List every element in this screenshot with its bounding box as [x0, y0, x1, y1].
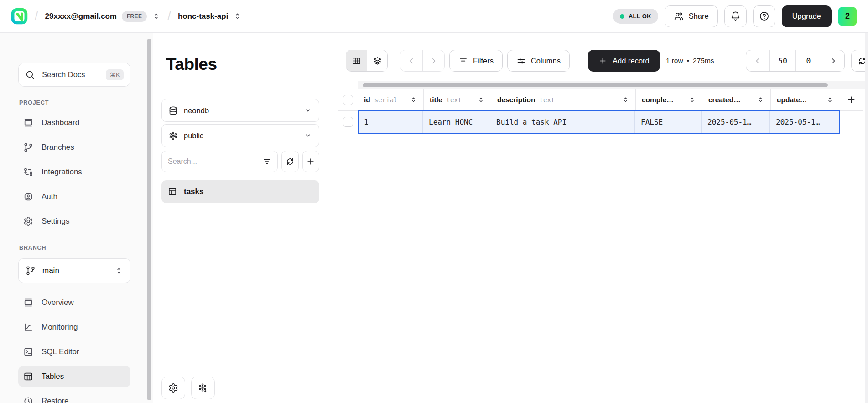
back-button[interactable]: [400, 50, 422, 71]
page-title: Tables: [166, 55, 338, 73]
sidebar-item-label: Monitoring: [42, 323, 78, 332]
forward-button[interactable]: [422, 50, 444, 71]
page-next-button[interactable]: [821, 50, 844, 71]
horizontal-scrollbar-thumb[interactable]: [363, 83, 828, 87]
select-all-cell: [338, 89, 358, 111]
add-table-button[interactable]: [302, 151, 320, 172]
grid-view-button[interactable]: [346, 50, 367, 71]
page-offset-input[interactable]: 0: [795, 50, 821, 71]
database-selector[interactable]: neondb: [161, 99, 319, 122]
plus-icon: [306, 157, 315, 166]
column-header-title[interactable]: title text: [424, 89, 491, 111]
panel-settings-button[interactable]: [161, 377, 185, 399]
sidebar-item-tables[interactable]: Tables: [18, 366, 130, 387]
column-name: created…: [708, 96, 741, 104]
export-schema-button[interactable]: [191, 377, 215, 399]
chevron-up-down-icon: [114, 267, 123, 275]
help-button[interactable]: [753, 5, 775, 27]
page-prev-button[interactable]: [746, 50, 769, 71]
breadcrumb-divider: /: [35, 9, 38, 23]
cell-id[interactable]: 1: [358, 111, 423, 133]
horizontal-scrollbar-track: [358, 81, 868, 89]
gear-icon: [168, 383, 178, 393]
query-duration: 275ms: [693, 57, 714, 65]
chevron-left-icon: [407, 57, 416, 65]
cell-updated[interactable]: 2025-05-1…: [770, 111, 839, 133]
columns-button[interactable]: Columns: [507, 50, 570, 72]
column-type: text: [447, 96, 462, 104]
row-count: 1 row: [666, 57, 683, 65]
grid-view-icon: [352, 56, 361, 66]
sidebar-scrollbar[interactable]: [147, 39, 151, 400]
sort-icon: [688, 96, 696, 104]
sidebar-item-label: Settings: [42, 217, 69, 226]
share-button[interactable]: Share: [665, 5, 718, 27]
schema-view-button[interactable]: [367, 50, 387, 71]
chevron-down-icon: [303, 131, 312, 140]
select-all-checkbox[interactable]: [343, 95, 353, 105]
status-badge[interactable]: ALL OK: [613, 9, 658, 24]
tables-panel: Tables neondb public: [154, 33, 338, 403]
table-editor: Filters Columns Add record 1 row • 275ms…: [338, 33, 868, 403]
table-list-item-tasks[interactable]: tasks: [161, 180, 319, 203]
filters-button[interactable]: Filters: [449, 50, 503, 72]
breadcrumb-account[interactable]: 29xxxx@gmail.com FREE: [45, 11, 161, 22]
column-header-updated[interactable]: update…: [771, 89, 840, 111]
column-header-description[interactable]: description text: [491, 89, 636, 111]
cell-completed[interactable]: FALSE: [635, 111, 702, 133]
selected-row: 1 Learn HONC Build a task API FALSE 2025…: [358, 111, 839, 133]
branch-icon: [26, 266, 36, 276]
column-header-id[interactable]: id serial: [358, 89, 424, 111]
sidebar-item-settings[interactable]: Settings: [18, 211, 130, 232]
breadcrumb-project[interactable]: honc-task-api: [178, 12, 242, 21]
sidebar-item-label: Dashboard: [42, 118, 79, 127]
column-name: title: [430, 96, 442, 104]
notifications-button[interactable]: [724, 5, 747, 27]
branch-selected: main: [42, 266, 59, 275]
page-size-input[interactable]: 50: [769, 50, 795, 71]
query-summary: 1 row • 275ms: [666, 57, 714, 65]
refresh-tables-button[interactable]: [281, 151, 299, 172]
column-header-created[interactable]: created…: [702, 89, 771, 111]
chevron-left-icon: [754, 57, 762, 65]
branch-selector[interactable]: main: [18, 258, 130, 283]
sidebar-item-integrations[interactable]: Integrations: [18, 162, 130, 183]
refresh-icon: [286, 157, 295, 166]
sidebar-item-sql-editor[interactable]: SQL Editor: [18, 341, 130, 362]
restore-icon: [23, 396, 33, 403]
neon-logo[interactable]: [11, 8, 28, 25]
integrations-icon: [23, 167, 33, 177]
notification-count-badge[interactable]: 2: [838, 7, 857, 26]
sidebar-item-restore[interactable]: Restore: [18, 391, 130, 403]
cell-title[interactable]: Learn HONC: [423, 111, 490, 133]
column-name: id: [364, 96, 370, 104]
column-type: serial: [374, 96, 398, 104]
sidebar-item-auth[interactable]: Auth: [18, 186, 130, 207]
sidebar-item-dashboard[interactable]: Dashboard: [18, 112, 130, 133]
filter-icon: [262, 157, 271, 166]
pagination: 50 0: [746, 50, 845, 72]
notification-count: 2: [845, 11, 850, 21]
cell-created[interactable]: 2025-05-1…: [702, 111, 770, 133]
cell-description[interactable]: Build a task API: [490, 111, 635, 133]
schema-download-icon: [198, 383, 208, 393]
add-column-button[interactable]: [840, 89, 863, 111]
chevron-right-icon: [429, 57, 438, 65]
table-search-input[interactable]: [168, 157, 262, 166]
upgrade-label: Upgrade: [792, 12, 821, 20]
project-name: honc-task-api: [178, 12, 229, 21]
table-toolbar: Filters Columns Add record 1 row • 275ms…: [338, 33, 868, 72]
search-docs-input[interactable]: Search Docs ⌘K: [18, 63, 130, 87]
sidebar-item-label: Tables: [42, 372, 64, 381]
sidebar-item-monitoring[interactable]: Monitoring: [18, 317, 130, 338]
add-record-button[interactable]: Add record: [588, 50, 660, 72]
plus-icon: [598, 57, 607, 65]
sort-icon: [622, 96, 629, 104]
upgrade-button[interactable]: Upgrade: [782, 5, 832, 27]
sidebar-item-overview[interactable]: Overview: [18, 292, 130, 313]
sidebar-item-label: Integrations: [42, 167, 82, 177]
sidebar-item-branches[interactable]: Branches: [18, 137, 130, 158]
row-checkbox[interactable]: [343, 117, 353, 127]
column-header-completed[interactable]: comple…: [636, 89, 702, 111]
schema-selector[interactable]: public: [161, 124, 319, 147]
